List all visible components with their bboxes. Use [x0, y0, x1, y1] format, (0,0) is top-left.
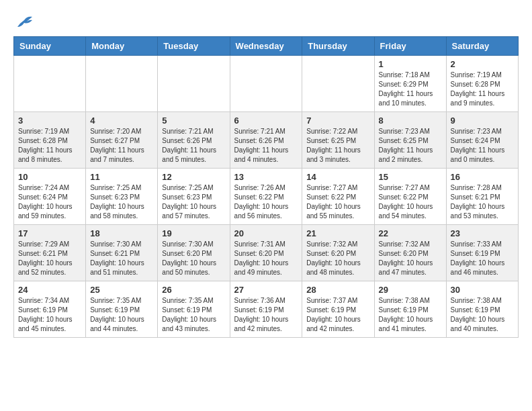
day-info: Sunrise: 7:23 AM Sunset: 6:24 PM Dayligh… — [451, 127, 514, 165]
calendar-cell — [158, 56, 230, 112]
day-number: 23 — [451, 228, 514, 238]
calendar-cell: 20Sunrise: 7:31 AM Sunset: 6:20 PM Dayli… — [230, 225, 302, 281]
day-number: 17 — [18, 228, 81, 238]
page-header — [13, 13, 519, 30]
calendar-cell: 17Sunrise: 7:29 AM Sunset: 6:21 PM Dayli… — [14, 225, 86, 281]
day-info: Sunrise: 7:35 AM Sunset: 6:19 PM Dayligh… — [90, 296, 153, 334]
calendar-cell: 12Sunrise: 7:25 AM Sunset: 6:23 PM Dayli… — [158, 169, 230, 225]
day-info: Sunrise: 7:33 AM Sunset: 6:19 PM Dayligh… — [451, 240, 514, 277]
day-number: 1 — [379, 59, 442, 69]
day-info: Sunrise: 7:19 AM Sunset: 6:28 PM Dayligh… — [18, 127, 81, 165]
logo — [13, 13, 34, 30]
calendar-cell: 23Sunrise: 7:33 AM Sunset: 6:19 PM Dayli… — [446, 225, 518, 281]
day-number: 24 — [18, 285, 81, 295]
weekday-header-friday: Friday — [374, 37, 446, 56]
calendar-cell: 4Sunrise: 7:20 AM Sunset: 6:27 PM Daylig… — [86, 112, 158, 169]
day-number: 8 — [379, 116, 442, 126]
day-info: Sunrise: 7:35 AM Sunset: 6:19 PM Dayligh… — [162, 296, 225, 334]
day-number: 20 — [234, 228, 298, 238]
calendar-cell: 19Sunrise: 7:30 AM Sunset: 6:20 PM Dayli… — [158, 225, 230, 281]
day-number: 13 — [234, 172, 298, 182]
day-number: 2 — [451, 59, 514, 69]
calendar-cell: 25Sunrise: 7:35 AM Sunset: 6:19 PM Dayli… — [86, 281, 158, 338]
day-info: Sunrise: 7:32 AM Sunset: 6:20 PM Dayligh… — [379, 240, 442, 277]
weekday-header-tuesday: Tuesday — [158, 37, 230, 56]
day-number: 6 — [234, 116, 298, 126]
day-number: 9 — [451, 116, 514, 126]
day-number: 16 — [451, 172, 514, 182]
day-info: Sunrise: 7:38 AM Sunset: 6:19 PM Dayligh… — [451, 296, 514, 334]
day-info: Sunrise: 7:23 AM Sunset: 6:25 PM Dayligh… — [379, 127, 442, 165]
day-info: Sunrise: 7:24 AM Sunset: 6:24 PM Dayligh… — [18, 183, 81, 221]
calendar-cell: 28Sunrise: 7:37 AM Sunset: 6:19 PM Dayli… — [302, 281, 374, 338]
calendar-cell: 18Sunrise: 7:30 AM Sunset: 6:21 PM Dayli… — [86, 225, 158, 281]
calendar-cell: 29Sunrise: 7:38 AM Sunset: 6:19 PM Dayli… — [374, 281, 446, 338]
calendar-cell: 10Sunrise: 7:24 AM Sunset: 6:24 PM Dayli… — [14, 169, 86, 225]
week-row-4: 17Sunrise: 7:29 AM Sunset: 6:21 PM Dayli… — [14, 225, 519, 281]
calendar-cell: 24Sunrise: 7:34 AM Sunset: 6:19 PM Dayli… — [14, 281, 86, 338]
day-info: Sunrise: 7:30 AM Sunset: 6:20 PM Dayligh… — [162, 240, 225, 277]
day-info: Sunrise: 7:38 AM Sunset: 6:19 PM Dayligh… — [379, 296, 442, 334]
calendar-cell: 21Sunrise: 7:32 AM Sunset: 6:20 PM Dayli… — [302, 225, 374, 281]
day-number: 7 — [306, 116, 369, 126]
day-info: Sunrise: 7:37 AM Sunset: 6:19 PM Dayligh… — [306, 296, 369, 334]
calendar-cell — [86, 56, 158, 112]
day-info: Sunrise: 7:31 AM Sunset: 6:20 PM Dayligh… — [234, 240, 298, 277]
day-info: Sunrise: 7:25 AM Sunset: 6:23 PM Dayligh… — [90, 183, 153, 221]
day-number: 12 — [162, 172, 225, 182]
day-info: Sunrise: 7:27 AM Sunset: 6:22 PM Dayligh… — [306, 183, 369, 221]
day-info: Sunrise: 7:19 AM Sunset: 6:28 PM Dayligh… — [451, 71, 514, 108]
day-number: 26 — [162, 285, 225, 295]
day-number: 5 — [162, 116, 225, 126]
day-info: Sunrise: 7:27 AM Sunset: 6:22 PM Dayligh… — [379, 183, 442, 221]
calendar-cell — [14, 56, 86, 112]
calendar-cell: 7Sunrise: 7:22 AM Sunset: 6:25 PM Daylig… — [302, 112, 374, 169]
day-number: 29 — [379, 285, 442, 295]
calendar-cell: 16Sunrise: 7:28 AM Sunset: 6:21 PM Dayli… — [446, 169, 518, 225]
logo-bird-icon — [15, 15, 34, 30]
calendar-cell: 9Sunrise: 7:23 AM Sunset: 6:24 PM Daylig… — [446, 112, 518, 169]
day-info: Sunrise: 7:32 AM Sunset: 6:20 PM Dayligh… — [306, 240, 369, 277]
calendar-cell: 1Sunrise: 7:18 AM Sunset: 6:29 PM Daylig… — [374, 56, 446, 112]
calendar-cell: 30Sunrise: 7:38 AM Sunset: 6:19 PM Dayli… — [446, 281, 518, 338]
day-number: 4 — [90, 116, 153, 126]
calendar-cell: 5Sunrise: 7:21 AM Sunset: 6:26 PM Daylig… — [158, 112, 230, 169]
day-number: 30 — [451, 285, 514, 295]
day-info: Sunrise: 7:21 AM Sunset: 6:26 PM Dayligh… — [234, 127, 298, 165]
week-row-3: 10Sunrise: 7:24 AM Sunset: 6:24 PM Dayli… — [14, 169, 519, 225]
calendar-cell: 3Sunrise: 7:19 AM Sunset: 6:28 PM Daylig… — [14, 112, 86, 169]
calendar-cell: 11Sunrise: 7:25 AM Sunset: 6:23 PM Dayli… — [86, 169, 158, 225]
day-number: 15 — [379, 172, 442, 182]
calendar-cell: 2Sunrise: 7:19 AM Sunset: 6:28 PM Daylig… — [446, 56, 518, 112]
weekday-header-wednesday: Wednesday — [230, 37, 302, 56]
day-info: Sunrise: 7:20 AM Sunset: 6:27 PM Dayligh… — [90, 127, 153, 165]
day-info: Sunrise: 7:22 AM Sunset: 6:25 PM Dayligh… — [306, 127, 369, 165]
day-info: Sunrise: 7:28 AM Sunset: 6:21 PM Dayligh… — [451, 183, 514, 221]
day-info: Sunrise: 7:34 AM Sunset: 6:19 PM Dayligh… — [18, 296, 81, 334]
day-number: 18 — [90, 228, 153, 238]
calendar-cell — [230, 56, 302, 112]
day-number: 22 — [379, 228, 442, 238]
weekday-header-saturday: Saturday — [446, 37, 518, 56]
calendar-table: SundayMondayTuesdayWednesdayThursdayFrid… — [13, 36, 519, 338]
calendar-cell: 6Sunrise: 7:21 AM Sunset: 6:26 PM Daylig… — [230, 112, 302, 169]
calendar-cell: 27Sunrise: 7:36 AM Sunset: 6:19 PM Dayli… — [230, 281, 302, 338]
calendar-cell: 15Sunrise: 7:27 AM Sunset: 6:22 PM Dayli… — [374, 169, 446, 225]
weekday-header-thursday: Thursday — [302, 37, 374, 56]
day-info: Sunrise: 7:21 AM Sunset: 6:26 PM Dayligh… — [162, 127, 225, 165]
weekday-header-sunday: Sunday — [14, 37, 86, 56]
day-number: 21 — [306, 228, 369, 238]
day-number: 19 — [162, 228, 225, 238]
calendar-cell: 8Sunrise: 7:23 AM Sunset: 6:25 PM Daylig… — [374, 112, 446, 169]
day-info: Sunrise: 7:25 AM Sunset: 6:23 PM Dayligh… — [162, 183, 225, 221]
calendar-cell — [302, 56, 374, 112]
calendar-cell: 26Sunrise: 7:35 AM Sunset: 6:19 PM Dayli… — [158, 281, 230, 338]
day-info: Sunrise: 7:29 AM Sunset: 6:21 PM Dayligh… — [18, 240, 81, 277]
weekday-header-monday: Monday — [86, 37, 158, 56]
calendar-cell: 14Sunrise: 7:27 AM Sunset: 6:22 PM Dayli… — [302, 169, 374, 225]
day-number: 14 — [306, 172, 369, 182]
day-number: 27 — [234, 285, 298, 295]
day-number: 11 — [90, 172, 153, 182]
day-number: 3 — [18, 116, 81, 126]
day-number: 10 — [18, 172, 81, 182]
